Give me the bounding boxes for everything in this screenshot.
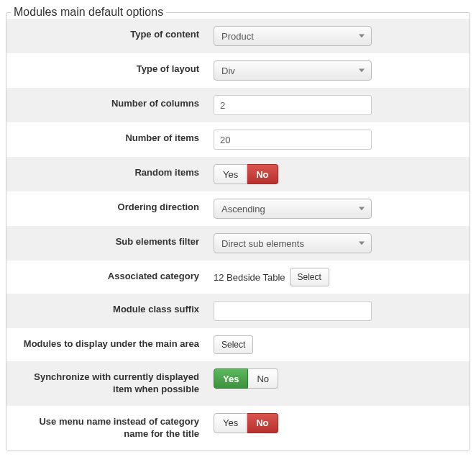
sub-elements-filter-select[interactable]: Direct sub elements	[214, 233, 372, 253]
fieldset-legend: Modules main default options	[11, 6, 166, 19]
row-module-class-suffix: Module class suffix	[6, 294, 470, 328]
label-type-of-content: Type of content	[6, 19, 208, 51]
use-menu-name-yes[interactable]: Yes	[214, 413, 247, 433]
row-modules-under-main: Modules to display under the main area S…	[6, 328, 470, 361]
row-use-menu-name: Use menu name instead of category name f…	[6, 406, 470, 451]
modules-under-main-select-button[interactable]: Select	[214, 335, 253, 354]
label-number-of-columns: Number of columns	[6, 88, 208, 120]
label-module-class-suffix: Module class suffix	[6, 294, 208, 326]
type-of-content-select[interactable]: Product	[214, 26, 372, 46]
random-items-toggle: Yes No	[214, 164, 278, 184]
row-random-items: Random items Yes No	[6, 157, 470, 191]
label-random-items: Random items	[6, 157, 208, 189]
row-synchronize: Synchronize with currently displayed ite…	[6, 361, 470, 406]
row-number-of-items: Number of items	[6, 122, 470, 157]
row-sub-elements-filter: Sub elements filter Direct sub elements	[6, 226, 470, 261]
label-sub-elements-filter: Sub elements filter	[6, 226, 208, 258]
label-ordering-direction: Ordering direction	[6, 191, 208, 224]
label-synchronize: Synchronize with currently displayed ite…	[6, 361, 208, 406]
use-menu-name-no[interactable]: No	[247, 413, 278, 433]
number-of-columns-input[interactable]	[214, 95, 372, 115]
row-type-of-content: Type of content Product	[6, 19, 470, 53]
synchronize-toggle: Yes No	[214, 368, 278, 389]
random-items-no[interactable]: No	[247, 164, 278, 184]
use-menu-name-toggle: Yes No	[214, 413, 278, 433]
ordering-direction-select[interactable]: Ascending	[214, 199, 372, 219]
synchronize-yes[interactable]: Yes	[214, 368, 248, 389]
synchronize-no[interactable]: No	[248, 368, 278, 389]
label-associated-category: Associated category	[6, 261, 208, 293]
label-number-of-items: Number of items	[6, 122, 208, 155]
random-items-yes[interactable]: Yes	[214, 164, 247, 184]
associated-category-value: 12 Bedside Table	[214, 272, 285, 283]
form-table: Type of content Product Type of layout D…	[6, 19, 470, 451]
label-type-of-layout: Type of layout	[6, 53, 208, 86]
row-number-of-columns: Number of columns	[6, 88, 470, 122]
label-modules-under-main: Modules to display under the main area	[6, 328, 208, 361]
row-type-of-layout: Type of layout Div	[6, 53, 470, 88]
row-ordering-direction: Ordering direction Ascending	[6, 191, 470, 226]
number-of-items-input[interactable]	[214, 130, 372, 150]
label-use-menu-name: Use menu name instead of category name f…	[6, 406, 208, 451]
type-of-layout-select[interactable]: Div	[214, 60, 372, 81]
modules-main-default-options-fieldset: Modules main default options Type of con…	[6, 6, 470, 451]
associated-category-select-button[interactable]: Select	[290, 268, 329, 286]
row-associated-category: Associated category 12 Bedside Table Sel…	[6, 261, 470, 294]
module-class-suffix-input[interactable]	[214, 301, 372, 321]
